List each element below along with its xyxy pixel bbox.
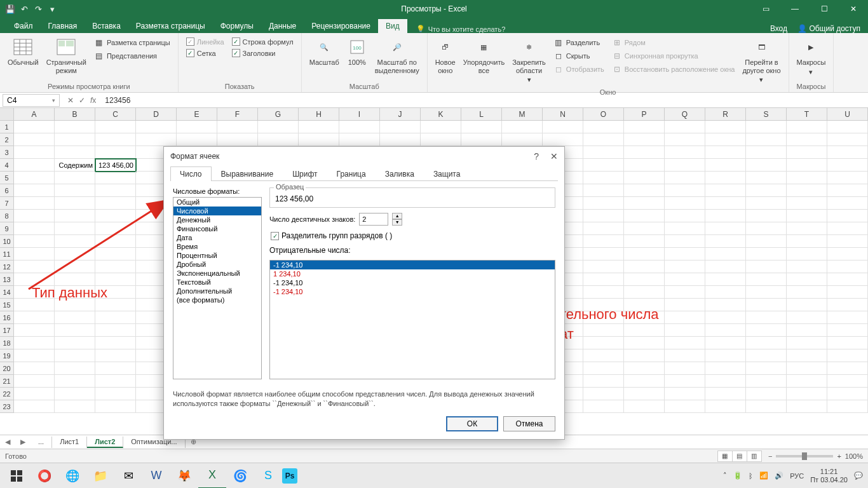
- negative-item[interactable]: -1 234,10: [270, 278, 555, 287]
- category-item[interactable]: (все форматы): [173, 295, 261, 304]
- cell[interactable]: [55, 311, 95, 324]
- arrange-all-button[interactable]: ▦Упорядочить все: [459, 36, 508, 76]
- category-item[interactable]: Финансовый: [173, 224, 261, 233]
- cell[interactable]: [827, 388, 868, 400]
- cell[interactable]: [55, 133, 95, 146]
- cell[interactable]: [705, 261, 746, 273]
- cell[interactable]: [258, 133, 299, 146]
- cell[interactable]: [787, 184, 827, 197]
- split-button[interactable]: ▥Разделить: [552, 37, 606, 48]
- lang-indicator[interactable]: РУС: [790, 472, 804, 480]
- cell[interactable]: [665, 133, 705, 146]
- col-header[interactable]: L: [461, 108, 502, 120]
- cell[interactable]: [705, 248, 746, 261]
- cell[interactable]: [787, 172, 827, 184]
- cell[interactable]: [705, 133, 746, 146]
- cell[interactable]: [827, 235, 868, 248]
- app-icon[interactable]: 🌀: [226, 463, 254, 489]
- word-icon[interactable]: W: [142, 463, 170, 489]
- cell[interactable]: [502, 121, 543, 133]
- cell[interactable]: [624, 172, 665, 184]
- cell[interactable]: [55, 146, 95, 159]
- col-header[interactable]: C: [95, 108, 136, 120]
- cell[interactable]: [95, 299, 136, 311]
- zoom-out-icon[interactable]: −: [768, 452, 772, 460]
- cell[interactable]: [705, 299, 746, 311]
- col-header[interactable]: F: [217, 108, 258, 120]
- cell[interactable]: [827, 324, 868, 337]
- cell[interactable]: [827, 286, 868, 299]
- cell[interactable]: [746, 210, 787, 222]
- cell[interactable]: [787, 222, 827, 235]
- undo-icon[interactable]: ↶: [19, 4, 29, 14]
- cell[interactable]: [624, 311, 665, 324]
- cell[interactable]: [827, 299, 868, 311]
- zoom-100-button[interactable]: 100100%: [343, 36, 371, 68]
- cell[interactable]: [827, 222, 868, 235]
- switch-windows-button[interactable]: 🗖Перейти в другое окно ▾: [738, 36, 784, 85]
- cell[interactable]: [583, 210, 624, 222]
- row-header[interactable]: 19: [0, 349, 14, 362]
- cell[interactable]: [95, 235, 136, 248]
- cell[interactable]: [95, 349, 136, 362]
- cell[interactable]: [746, 324, 787, 337]
- cell[interactable]: [461, 121, 502, 133]
- cell[interactable]: [55, 375, 95, 388]
- cell[interactable]: [583, 197, 624, 210]
- negatives-list[interactable]: -1 234,101 234,10-1 234,10-1 234,10: [269, 260, 555, 379]
- cell[interactable]: [705, 146, 746, 159]
- view-pagelayout-icon[interactable]: ▤: [732, 451, 747, 462]
- col-header[interactable]: U: [827, 108, 868, 120]
- cell[interactable]: [95, 311, 136, 324]
- col-header[interactable]: B: [55, 108, 95, 120]
- cell[interactable]: [665, 121, 705, 133]
- ruler-checkbox[interactable]: ✓Линейка: [185, 37, 226, 46]
- cell[interactable]: [827, 273, 868, 286]
- unhide-button[interactable]: ◻Отобразить: [552, 64, 606, 75]
- wifi-icon[interactable]: 📶: [759, 471, 768, 480]
- cell[interactable]: [543, 133, 583, 146]
- cell[interactable]: [14, 133, 55, 146]
- firefox-icon[interactable]: 🦊: [170, 463, 198, 489]
- col-header[interactable]: P: [624, 108, 665, 120]
- cell[interactable]: [665, 362, 705, 375]
- share-button[interactable]: 👤 Общий доступ: [797, 24, 860, 33]
- cell[interactable]: [624, 388, 665, 400]
- cell[interactable]: [787, 121, 827, 133]
- col-header[interactable]: R: [705, 108, 746, 120]
- cell[interactable]: [14, 248, 55, 261]
- cell[interactable]: [380, 121, 421, 133]
- save-icon[interactable]: 💾: [5, 4, 15, 14]
- category-item[interactable]: Числовой: [173, 207, 261, 215]
- cell[interactable]: [665, 337, 705, 349]
- cell[interactable]: [14, 324, 55, 337]
- cell[interactable]: [14, 311, 55, 324]
- cell[interactable]: [787, 362, 827, 375]
- cell[interactable]: [705, 349, 746, 362]
- cell[interactable]: [14, 235, 55, 248]
- cell[interactable]: [787, 146, 827, 159]
- cell[interactable]: [705, 172, 746, 184]
- cell[interactable]: [55, 362, 95, 375]
- cell[interactable]: [787, 261, 827, 273]
- cell[interactable]: [502, 133, 543, 146]
- cell[interactable]: [55, 299, 95, 311]
- cell[interactable]: [583, 311, 624, 324]
- cell[interactable]: [827, 172, 868, 184]
- cell[interactable]: [583, 400, 624, 413]
- explorer-icon[interactable]: 📁: [86, 463, 114, 489]
- cell[interactable]: [55, 235, 95, 248]
- category-item[interactable]: Дата: [173, 233, 261, 242]
- cell[interactable]: [746, 286, 787, 299]
- category-item[interactable]: Дробный: [173, 260, 261, 269]
- row-header[interactable]: 20: [0, 362, 14, 375]
- cell[interactable]: [746, 349, 787, 362]
- cell[interactable]: [665, 159, 705, 172]
- cell[interactable]: [787, 388, 827, 400]
- cell[interactable]: [95, 324, 136, 337]
- tab-review[interactable]: Рецензирование: [304, 19, 378, 33]
- cell[interactable]: [746, 248, 787, 261]
- cell[interactable]: [787, 210, 827, 222]
- row-header[interactable]: 17: [0, 324, 14, 337]
- cell[interactable]: [55, 388, 95, 400]
